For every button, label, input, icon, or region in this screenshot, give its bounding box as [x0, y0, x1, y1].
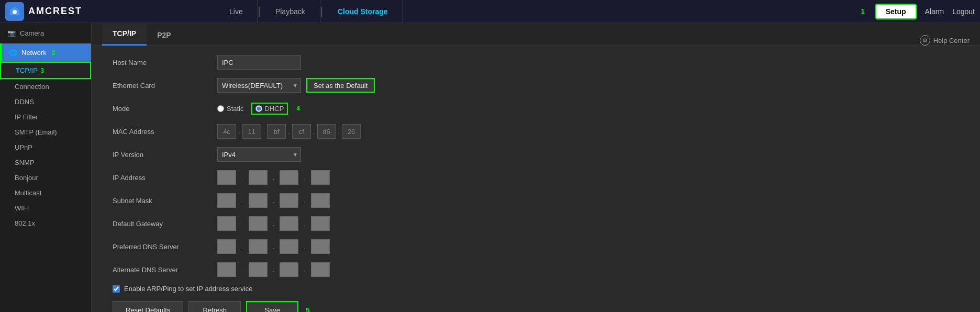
top-nav: AMCREST APUALS Live | Playback | Cloud S… — [0, 0, 980, 23]
logo-area: AMCREST — [5, 2, 120, 21]
mac-seg-2[interactable] — [242, 124, 261, 139]
tcpip-label: TCP/IP — [16, 66, 38, 74]
setup-button[interactable]: Setup — [875, 4, 917, 19]
alternate-dns-label: Alternate DNS Server — [113, 266, 217, 274]
help-center-label: Help Center — [933, 37, 970, 44]
preferred-dns-control: . . . — [217, 239, 330, 254]
network-label: Network — [21, 49, 47, 57]
sidebar-item-ddns[interactable]: DDNS — [0, 94, 91, 109]
mac-address-row: MAC Address . . . . . — [113, 124, 959, 139]
ethernet-card-control: Wireless(DEFAULT) Ethernet ▼ Set as the … — [217, 78, 375, 93]
sidebar-item-8021x[interactable]: 802.1x — [0, 216, 91, 231]
badge-3: 3 — [40, 67, 44, 74]
static-label: Static — [227, 105, 244, 113]
ip-addr-3[interactable] — [280, 170, 298, 185]
dhcp-radio-label[interactable]: DHCP — [251, 103, 288, 115]
ethernet-card-label: Ethernet Card — [113, 82, 217, 90]
help-icon: ⚙ — [920, 35, 930, 46]
gw-2[interactable] — [249, 216, 268, 231]
mac-seg-1[interactable] — [217, 124, 236, 139]
sidebar-item-network[interactable]: 🌐 Network 2 — [0, 43, 91, 62]
nav-right: 1 Setup Alarm Logout — [861, 4, 975, 19]
host-name-input[interactable] — [217, 55, 301, 70]
subnet-1[interactable] — [217, 193, 236, 208]
gw-3[interactable] — [280, 216, 298, 231]
alarm-link[interactable]: Alarm — [925, 7, 944, 16]
sidebar-item-ipfilter[interactable]: IP Filter — [0, 109, 91, 125]
adns-2[interactable] — [249, 262, 268, 277]
subnet-3[interactable] — [280, 193, 298, 208]
adns-1[interactable] — [217, 262, 236, 277]
mac-seg-4[interactable] — [292, 124, 311, 139]
sidebar-item-connection[interactable]: Connection — [0, 79, 91, 94]
nav-live[interactable]: Live — [215, 0, 258, 23]
preferred-dns-row: Preferred DNS Server . . . — [113, 239, 959, 254]
subnet-4[interactable] — [311, 193, 330, 208]
tab-tcpip[interactable]: TCP/IP — [102, 23, 147, 46]
subnet-2[interactable] — [249, 193, 268, 208]
form-area: Host Name Ethernet Card Wireless(DEFAULT… — [92, 46, 980, 312]
logo-text: AMCREST — [28, 6, 82, 17]
host-name-control — [217, 55, 301, 70]
sidebar-item-snmp[interactable]: SNMP — [0, 155, 91, 170]
gw-1[interactable] — [217, 216, 236, 231]
tab-bar: TCP/IP P2P — [102, 23, 182, 46]
alternate-dns-row: Alternate DNS Server . . . — [113, 262, 959, 277]
sidebar-item-upnp[interactable]: UPnP — [0, 140, 91, 155]
gateway-row: Default Gateway . . . — [113, 216, 959, 231]
nav-playback[interactable]: Playback — [261, 0, 320, 23]
svg-point-1 — [13, 10, 17, 14]
ethernet-card-select[interactable]: Wireless(DEFAULT) Ethernet — [217, 78, 301, 93]
nav-cloud-storage[interactable]: Cloud Storage — [323, 0, 403, 23]
help-center[interactable]: ⚙ Help Center — [920, 35, 970, 46]
host-name-label: Host Name — [113, 59, 217, 66]
nav-links: Live | Playback | Cloud Storage — [215, 0, 861, 23]
subnet-mask-row: Subnet Mask . . . — [113, 193, 959, 208]
save-button[interactable]: Save — [246, 301, 298, 312]
adns-4[interactable] — [311, 262, 330, 277]
badge-5: 5 — [306, 306, 309, 313]
subnet-mask-control: . . . — [217, 193, 330, 208]
refresh-button[interactable]: Refresh — [188, 301, 241, 312]
host-name-row: Host Name — [113, 54, 959, 70]
sidebar-arrow — [85, 44, 91, 61]
pdns-1[interactable] — [217, 239, 236, 254]
tab-p2p[interactable]: P2P — [147, 25, 181, 46]
ethernet-card-select-wrapper: Wireless(DEFAULT) Ethernet ▼ — [217, 78, 301, 93]
mode-radio-group: Static DHCP 4 — [217, 103, 300, 115]
mode-label: Mode — [113, 105, 217, 113]
sidebar-item-wifi[interactable]: WIFI — [0, 200, 91, 216]
camera-label: Camera — [20, 29, 44, 37]
reset-defaults-button[interactable]: Reset Defaults — [113, 301, 183, 312]
pdns-4[interactable] — [311, 239, 330, 254]
arp-ping-checkbox[interactable] — [113, 285, 120, 293]
dhcp-radio[interactable] — [255, 105, 262, 112]
pdns-3[interactable] — [280, 239, 298, 254]
pdns-2[interactable] — [249, 239, 268, 254]
sidebar-item-multicast[interactable]: Multicast — [0, 185, 91, 200]
sidebar-item-smtp[interactable]: SMTP (Email) — [0, 125, 91, 140]
sidebar-item-camera[interactable]: 📷 Camera — [0, 23, 91, 43]
adns-3[interactable] — [280, 262, 298, 277]
set-default-button[interactable]: Set as the Default — [306, 78, 375, 93]
ip-version-select[interactable]: IPv4 IPv6 — [217, 147, 301, 162]
gw-4[interactable] — [311, 216, 330, 231]
mac-seg-6[interactable] — [342, 124, 361, 139]
sidebar-item-bonjour[interactable]: Bonjour — [0, 170, 91, 185]
amcrest-logo-icon — [5, 2, 24, 21]
arp-ping-label[interactable]: Enable ARP/Ping to set IP address servic… — [124, 285, 252, 293]
static-radio[interactable] — [217, 105, 224, 112]
logout-link[interactable]: Logout — [952, 7, 975, 16]
mac-seg-3[interactable] — [267, 124, 286, 139]
ip-addr-2[interactable] — [249, 170, 268, 185]
sidebar-item-tcpip[interactable]: TCP/IP 3 — [0, 62, 91, 79]
static-radio-label[interactable]: Static — [217, 105, 244, 113]
content-area: TCP/IP P2P ⚙ Help Center Host Name Ether… — [92, 23, 980, 312]
mac-seg-5[interactable] — [317, 124, 336, 139]
ip-version-row: IP Version IPv4 IPv6 ▼ — [113, 147, 959, 162]
mode-control: Static DHCP 4 — [217, 103, 300, 115]
badge-2: 2 — [52, 49, 55, 57]
ip-addr-4[interactable] — [311, 170, 330, 185]
mac-address-label: MAC Address — [113, 128, 217, 136]
ip-addr-1[interactable] — [217, 170, 236, 185]
